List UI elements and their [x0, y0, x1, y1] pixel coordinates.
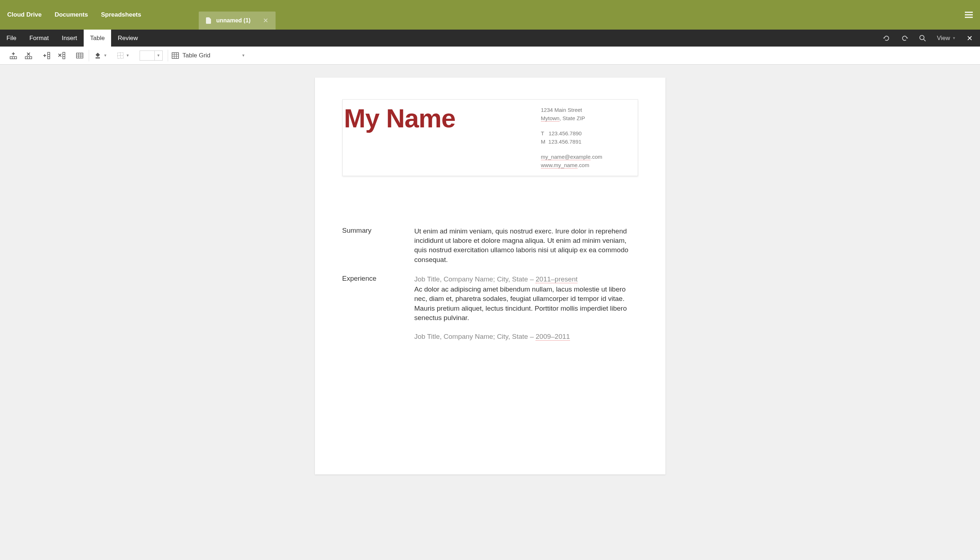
svg-rect-1 [10, 57, 17, 59]
chevron-down-icon: ▼ [103, 53, 107, 57]
insert-column-icon[interactable] [43, 52, 50, 60]
search-icon[interactable] [919, 35, 926, 42]
document-tab-title: unnamed (1) [216, 17, 250, 24]
chevron-down-icon: ▼ [126, 53, 130, 57]
document-icon [206, 17, 211, 24]
experience-body[interactable]: Job Title, Company Name; City, State – 2… [414, 275, 638, 342]
menu-format[interactable]: Format [23, 30, 55, 47]
border-color-swatch[interactable] [140, 50, 155, 61]
contact-phone-m: M 123.456.7891 [541, 138, 627, 146]
delete-column-icon[interactable] [58, 52, 66, 60]
table-toolbar: ▼ ▼ ▼ Table Grid ▼ [0, 47, 980, 65]
svg-rect-6 [96, 57, 100, 58]
close-tab-icon[interactable]: ✕ [263, 17, 268, 25]
menu-review[interactable]: Review [111, 30, 144, 47]
undo-icon[interactable] [883, 35, 890, 42]
menu-left: File Format Insert Table Review [0, 30, 144, 47]
borders-dropdown[interactable]: ▼ [117, 52, 130, 59]
nav-documents[interactable]: Documents [55, 11, 88, 18]
insert-row-icon[interactable] [9, 52, 17, 60]
svg-rect-4 [63, 52, 65, 59]
nav-cloud-drive[interactable]: Cloud Drive [7, 11, 42, 18]
contact-city-state: Mytown, State ZIP [541, 114, 627, 123]
summary-text[interactable]: Ut enim ad minim veniam, quis nostrud ex… [414, 227, 638, 265]
resume-name: My Name [344, 106, 541, 131]
section-label-summary: Summary [342, 227, 414, 265]
menu-table[interactable]: Table [84, 30, 111, 47]
contact-email: my_name@example.com [541, 153, 627, 161]
view-label: View [937, 35, 950, 42]
resume-header-table[interactable]: My Name 1234 Main Street Mytown, State Z… [342, 99, 638, 176]
chevron-down-icon: ▼ [242, 53, 245, 57]
menu-bar: File Format Insert Table Review View ▼ ✕ [0, 30, 980, 47]
name-cell[interactable]: My Name [344, 106, 541, 169]
svg-rect-8 [172, 53, 178, 58]
redo-icon[interactable] [901, 35, 908, 42]
table-grid-icon[interactable] [76, 52, 84, 60]
contact-website: www.my_name.com [541, 161, 627, 170]
section-experience[interactable]: Experience Job Title, Company Name; City… [342, 275, 638, 342]
job-header: Job Title, Company Name; City, State – 2… [414, 275, 638, 284]
svg-point-0 [920, 35, 924, 40]
close-panel-icon[interactable]: ✕ [967, 34, 973, 43]
table-style-selector[interactable]: Table Grid ▼ [168, 52, 249, 59]
document-canvas[interactable]: My Name 1234 Main Street Mytown, State Z… [0, 65, 980, 560]
job-body: Ac dolor ac adipiscing amet bibendum nul… [414, 285, 638, 323]
top-nav: Cloud Drive Documents Spreadsheets [7, 8, 141, 22]
menu-file[interactable]: File [0, 30, 23, 47]
menu-insert[interactable]: Insert [55, 30, 84, 47]
contact-phone-t: T 123.456.7890 [541, 130, 627, 138]
svg-rect-5 [77, 53, 83, 58]
menu-right: View ▼ ✕ [883, 30, 980, 47]
border-color-dropdown[interactable]: ▼ [155, 50, 163, 61]
section-label-experience: Experience [342, 275, 414, 342]
job-header: Job Title, Company Name; City, State – 2… [414, 332, 638, 341]
nav-spreadsheets[interactable]: Spreadsheets [101, 11, 141, 18]
delete-row-icon[interactable] [25, 52, 32, 60]
contact-street: 1234 Main Street [541, 106, 627, 114]
section-summary[interactable]: Summary Ut enim ad minim veniam, quis no… [342, 227, 638, 265]
cell-shading-dropdown[interactable]: ▼ [94, 52, 107, 59]
table-style-label: Table Grid [183, 52, 236, 59]
svg-rect-3 [48, 52, 50, 59]
top-bar: Cloud Drive Documents Spreadsheets unnam… [0, 0, 980, 30]
view-dropdown[interactable]: View ▼ [937, 35, 956, 42]
svg-rect-2 [25, 57, 32, 59]
chevron-down-icon: ▼ [952, 36, 956, 40]
contact-cell[interactable]: 1234 Main Street Mytown, State ZIP T 123… [541, 106, 627, 169]
page[interactable]: My Name 1234 Main Street Mytown, State Z… [315, 78, 666, 475]
document-tab[interactable]: unnamed (1) ✕ [199, 12, 275, 30]
hamburger-menu-icon[interactable] [965, 12, 973, 18]
